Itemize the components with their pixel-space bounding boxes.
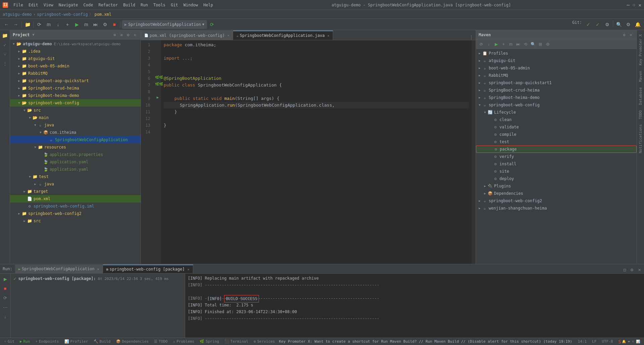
right-tab-notifications[interactable]: Notifications — [637, 122, 644, 156]
status-todo[interactable]: ☰ TODO — [153, 338, 169, 345]
maven-profiles[interactable]: ▶ 📋 Profiles — [476, 50, 637, 57]
tree-atguigu-git[interactable]: ▶ 📁 atguigu-Git — [10, 55, 141, 62]
status-position[interactable]: 14:1 — [577, 338, 588, 345]
maven-deploy[interactable]: ⚙ deploy — [476, 175, 637, 182]
sidebar-vcs-icon[interactable]: ⑂ — [1, 50, 9, 58]
tree-rabbitmq[interactable]: ▶ 📁 RabbitMQ — [10, 70, 141, 77]
toolbar-add-button[interactable]: + — [63, 20, 72, 29]
breadcrumb-module[interactable]: springboot-web-config — [37, 12, 88, 17]
status-dependencies[interactable]: 📦 Dependencies — [115, 338, 150, 345]
toolbar-sync-button[interactable]: ⟳ — [35, 20, 44, 29]
maven-lifecycle[interactable]: ▼ 🔄 Lifecycle — [476, 109, 637, 116]
tree-heima-demo[interactable]: ▶ 📁 SpringBoot-heima-demo — [10, 92, 141, 99]
maven-validate[interactable]: ⚙ validate — [476, 123, 637, 131]
menu-run[interactable]: Run — [138, 2, 151, 8]
maximize-button[interactable]: ☐ — [633, 3, 635, 7]
tree-web-config2[interactable]: ▶ 📁 springboot-web-config2 — [10, 210, 141, 217]
sidebar-commit-icon[interactable]: ✓ — [1, 41, 9, 49]
tree-app-properties[interactable]: 🍃 application.properties — [10, 151, 141, 158]
status-terminal[interactable]: ⬛ Terminal — [223, 338, 250, 345]
maven-add-button[interactable]: + — [500, 41, 507, 48]
toolbar-run-green-button[interactable]: ▶ — [72, 20, 81, 29]
run-config-selector[interactable]: ▶ SpringbootWebConfigApplication ▼ — [122, 20, 207, 29]
maven-run-button[interactable]: ▶ — [493, 41, 499, 48]
maven-reimport-button[interactable]: ↓ — [485, 41, 492, 48]
toolbar-forward-button[interactable]: → — [11, 20, 20, 29]
status-build[interactable]: 🔨 Build — [92, 338, 112, 345]
run-output[interactable]: [INFO] Replacing main artifact with repa… — [185, 274, 644, 338]
sidebar-structure-icon[interactable]: ⋮ — [1, 60, 9, 68]
tree-java[interactable]: ▼ ☕ java — [10, 121, 141, 129]
toolbar-maven-button[interactable]: m — [44, 20, 53, 29]
maven-settings2-button[interactable]: ⚙ — [544, 41, 551, 48]
maven-plugins[interactable]: ▶ 🔌 Plugins — [476, 182, 637, 190]
status-run[interactable]: ▶ Run — [18, 338, 32, 345]
maven-settings-button[interactable]: ⚙ — [621, 32, 627, 38]
tab-java[interactable]: ☕ SpringbootWebConfigApplication.java ✕ — [233, 31, 333, 40]
status-endpoints[interactable]: ⚡ Endpoints — [34, 338, 60, 345]
tree-target[interactable]: ▶ 📁 target — [10, 188, 141, 195]
tree-crud[interactable]: ▶ 📁 SpringBoot-crud-heima — [10, 84, 141, 92]
toolbar-gear-button[interactable]: ⚙ — [624, 20, 633, 29]
tree-app-yaml1[interactable]: 🍃 application.yaml — [10, 158, 141, 166]
menu-git[interactable]: Git — [168, 2, 181, 8]
panel-locate-button[interactable]: ⊕ — [112, 32, 118, 38]
run-rerun-button[interactable]: ⟳ — [1, 294, 9, 302]
menu-code[interactable]: Code — [81, 2, 96, 8]
tree-main[interactable]: ▼ 📂 main — [10, 114, 141, 121]
code-editor[interactable]: package com.itheima; import ...; @Spring… — [161, 40, 472, 264]
tree-src[interactable]: ▼ 📂 src — [10, 107, 141, 114]
toolbar-m-button[interactable]: m — [82, 20, 91, 29]
menu-tools[interactable]: Tools — [151, 2, 168, 8]
panel-collapse-button[interactable]: ≡ — [118, 32, 124, 38]
sidebar-project-icon[interactable]: 📁 — [1, 32, 9, 40]
tab-pom-close[interactable]: ✕ — [227, 34, 229, 37]
toolbar-open-button[interactable]: 📁 — [23, 20, 32, 29]
maven-boot-web[interactable]: ▶ ☕ boot-web-05-admin — [476, 64, 637, 72]
tab-pom-xml[interactable]: 📄 pom.xml (springboot-web-config) ✕ — [141, 31, 233, 40]
menu-refactor[interactable]: Refactor — [96, 2, 120, 8]
maven-dependencies[interactable]: ▶ 📦 Dependencies — [476, 190, 637, 197]
run-stop-button[interactable]: ■ — [1, 284, 9, 292]
maven-test[interactable]: ⚙ test — [476, 138, 637, 146]
panel-settings-button[interactable]: ⚙ — [125, 32, 131, 38]
tree-src2[interactable]: ▶ 📁 src — [10, 217, 141, 225]
tree-web-config[interactable]: ▼ 📂 springboot-web-config — [10, 99, 141, 107]
toolbar-back-button[interactable]: ← — [2, 20, 11, 29]
bottom-close-button[interactable]: ✕ — [636, 267, 643, 273]
tree-iml[interactable]: ⚙ springboot-web-config.iml — [10, 203, 141, 210]
toolbar-search-button[interactable]: 🔍 — [614, 20, 623, 29]
right-tab-database[interactable]: Database — [637, 84, 644, 108]
tab-java-close[interactable]: ✕ — [327, 34, 329, 38]
tree-aop[interactable]: ▶ 📁 springboot-aop-quickstart — [10, 77, 141, 84]
menu-navigate[interactable]: Navigate — [56, 2, 81, 8]
run-scroll-button[interactable]: ↓ — [1, 312, 9, 321]
maven-web-config2[interactable]: ▶ ☕ springboot-web-config2 — [476, 197, 637, 205]
maven-close-button[interactable]: ✕ — [628, 32, 634, 38]
git-settings-button[interactable]: ⚙ — [603, 20, 611, 29]
bottom-tab-springboot-app[interactable]: ▶ SpringbootWebConfigApplication ✕ — [15, 265, 103, 273]
status-line-ending[interactable]: LF — [591, 338, 598, 345]
maven-verify[interactable]: ⚙ verify — [476, 153, 637, 160]
right-tab-maven[interactable]: Maven — [637, 68, 644, 84]
tree-resources[interactable]: ▼ 📁 resources — [10, 143, 141, 151]
maven-web-config[interactable]: ▼ ☕ springboot-web-config — [476, 101, 637, 109]
close-button[interactable]: ✕ — [639, 3, 641, 7]
tree-test-java[interactable]: ▶ ☕ java — [10, 180, 141, 188]
maven-search-button[interactable]: 🔍 — [530, 41, 536, 48]
tree-boot-web[interactable]: ▶ 📁 boot-web-05-admin — [10, 62, 141, 70]
maven-wenjian[interactable]: ▶ ☕ wenjian-shangchuan-heima — [476, 205, 637, 212]
toolbar-build-run-button[interactable]: ⟳ — [208, 20, 216, 29]
maven-clean[interactable]: ⚙ clean — [476, 116, 637, 123]
maven-refresh-button[interactable]: ⟳ — [478, 41, 485, 48]
run-play-button[interactable]: ▶ — [1, 275, 9, 283]
tree-pom[interactable]: 📄 pom.xml — [10, 195, 141, 203]
toolbar-notifications-button[interactable]: 🔔 — [633, 20, 642, 29]
tree-com-itheima[interactable]: ▼ 📦 com.itheima — [10, 129, 141, 136]
bottom-expand-button[interactable]: ⊡ — [621, 267, 628, 273]
maven-rabbitmq[interactable]: ▶ ☕ RabbitMQ — [476, 72, 637, 79]
maven-compile[interactable]: ⚙ compile — [476, 131, 637, 138]
maven-expand-button[interactable]: ⊞ — [537, 41, 544, 48]
maven-atguigu-git[interactable]: ▶ ☕ atguigu-Git — [476, 57, 637, 64]
status-services[interactable]: ⚙ Services — [252, 338, 276, 345]
